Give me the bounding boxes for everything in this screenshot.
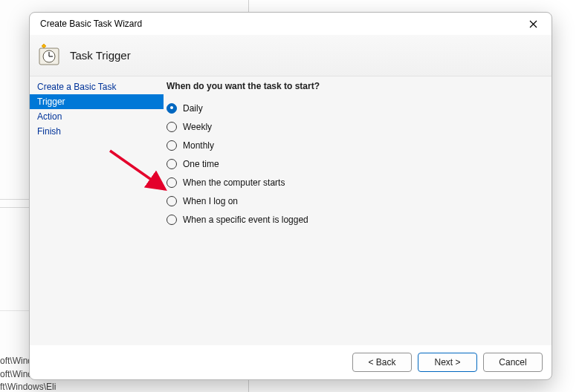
radio-icon [166,215,177,225]
radio-icon [166,140,177,151]
close-icon [529,20,537,28]
wizard-sidebar: Create a Basic TaskTriggerActionFinish [30,76,164,345]
radio-daily[interactable]: Daily [166,99,544,117]
titlebar: Create Basic Task Wizard [30,13,552,35]
trigger-question: When do you want the task to start? [166,81,544,91]
radio-when-i-log-on[interactable]: When I log on [166,192,544,210]
wizard-content: When do you want the task to start? Dail… [164,76,552,345]
radio-label: When a specific event is logged [183,215,308,225]
radio-label: Weekly [183,122,212,132]
sidebar-item-finish[interactable]: Finish [30,124,164,139]
radio-icon [166,122,177,132]
cancel-button[interactable]: Cancel [483,353,543,372]
radio-icon [166,177,177,188]
back-button[interactable]: < Back [352,353,412,372]
wizard-body: Create a Basic TaskTriggerActionFinish W… [30,76,552,345]
radio-when-a-specific-event-is-logged[interactable]: When a specific event is logged [166,210,544,229]
radio-icon [166,196,177,206]
radio-when-the-computer-starts[interactable]: When the computer starts [166,173,544,192]
radio-weekly[interactable]: Weekly [166,117,544,136]
sidebar-item-create-a-basic-task[interactable]: Create a Basic Task [30,79,164,94]
radio-icon [166,159,177,169]
next-button[interactable]: Next > [418,353,477,372]
back-label: < Back [368,357,395,368]
radio-monthly[interactable]: Monthly [166,136,544,154]
radio-one-time[interactable]: One time [166,154,544,173]
cancel-label: Cancel [499,357,526,368]
sidebar-item-action[interactable]: Action [30,109,164,124]
radio-label: Monthly [183,140,214,151]
next-label: Next > [434,357,460,368]
page-title: Task Trigger [70,49,131,62]
radio-label: When the computer starts [183,177,285,188]
radio-icon [166,103,177,114]
wizard-footer: < Back Next > Cancel [30,345,552,379]
window-title: Create Basic Task Wizard [40,19,142,29]
radio-label: Daily [183,103,203,114]
close-button[interactable] [520,13,546,34]
wizard-dialog: Create Basic Task Wizard Task Trigger Cr… [29,12,552,380]
bg-text-3: ft\Windows\Eli [0,382,56,392]
radio-label: One time [183,159,219,169]
sidebar-item-trigger[interactable]: Trigger [30,94,164,109]
radio-label: When I log on [183,196,238,206]
task-scheduler-icon [37,44,61,68]
trigger-options: DailyWeeklyMonthlyOne timeWhen the compu… [166,99,544,229]
wizard-header: Task Trigger [30,35,552,76]
